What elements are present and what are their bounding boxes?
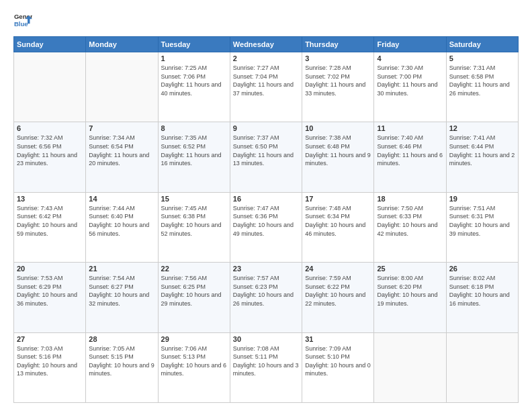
weekday-header-wednesday: Wednesday (230, 37, 302, 52)
day-info: Sunrise: 8:00 AM Sunset: 6:20 PM Dayligh… (377, 274, 443, 308)
day-info: Sunrise: 7:43 AM Sunset: 6:42 PM Dayligh… (17, 204, 83, 238)
day-number: 10 (305, 124, 371, 132)
calendar-cell (446, 332, 518, 402)
calendar-cell: 9Sunrise: 7:37 AM Sunset: 6:50 PM Daylig… (230, 122, 302, 192)
day-info: Sunrise: 7:47 AM Sunset: 6:36 PM Dayligh… (233, 204, 299, 238)
day-info: Sunrise: 7:31 AM Sunset: 6:58 PM Dayligh… (449, 64, 515, 97)
day-number: 22 (161, 265, 227, 273)
calendar-cell (14, 52, 86, 122)
calendar-cell: 7Sunrise: 7:34 AM Sunset: 6:54 PM Daylig… (86, 122, 158, 192)
day-number: 26 (449, 265, 515, 273)
calendar-cell: 18Sunrise: 7:50 AM Sunset: 6:33 PM Dayli… (374, 192, 446, 262)
day-number: 12 (449, 124, 515, 132)
day-number: 29 (161, 335, 227, 343)
calendar-week-1: 1Sunrise: 7:25 AM Sunset: 7:06 PM Daylig… (14, 52, 519, 122)
day-info: Sunrise: 7:57 AM Sunset: 6:23 PM Dayligh… (233, 274, 299, 308)
day-info: Sunrise: 7:06 AM Sunset: 5:13 PM Dayligh… (161, 345, 227, 378)
day-info: Sunrise: 7:27 AM Sunset: 7:04 PM Dayligh… (233, 64, 299, 97)
calendar-cell: 13Sunrise: 7:43 AM Sunset: 6:42 PM Dayli… (14, 192, 86, 262)
calendar-cell: 15Sunrise: 7:45 AM Sunset: 6:38 PM Dayli… (158, 192, 230, 262)
calendar-cell: 3Sunrise: 7:28 AM Sunset: 7:02 PM Daylig… (302, 52, 374, 122)
day-number: 2 (233, 54, 299, 62)
day-info: Sunrise: 7:08 AM Sunset: 5:11 PM Dayligh… (233, 345, 299, 378)
day-number: 11 (377, 124, 443, 132)
calendar-cell: 14Sunrise: 7:44 AM Sunset: 6:40 PM Dayli… (86, 192, 158, 262)
calendar-cell: 21Sunrise: 7:54 AM Sunset: 6:27 PM Dayli… (86, 263, 158, 332)
weekday-header-tuesday: Tuesday (158, 37, 230, 52)
day-number: 3 (305, 54, 371, 62)
calendar-cell: 12Sunrise: 7:41 AM Sunset: 6:44 PM Dayli… (446, 122, 518, 192)
calendar-cell: 24Sunrise: 7:59 AM Sunset: 6:22 PM Dayli… (302, 263, 374, 332)
header: General Blue (13, 11, 519, 30)
svg-text:Blue: Blue (14, 20, 28, 28)
day-info: Sunrise: 7:38 AM Sunset: 6:48 PM Dayligh… (305, 134, 371, 167)
day-number: 27 (17, 335, 83, 343)
calendar-week-3: 13Sunrise: 7:43 AM Sunset: 6:42 PM Dayli… (14, 192, 519, 262)
calendar-cell: 17Sunrise: 7:48 AM Sunset: 6:34 PM Dayli… (302, 192, 374, 262)
weekday-header-saturday: Saturday (446, 37, 518, 52)
day-number: 9 (233, 124, 299, 132)
day-info: Sunrise: 7:54 AM Sunset: 6:27 PM Dayligh… (89, 274, 154, 308)
day-info: Sunrise: 7:53 AM Sunset: 6:29 PM Dayligh… (17, 274, 83, 308)
day-number: 1 (161, 54, 227, 62)
day-info: Sunrise: 7:30 AM Sunset: 7:00 PM Dayligh… (377, 64, 443, 97)
day-number: 6 (17, 124, 83, 132)
day-number: 5 (449, 54, 515, 62)
day-number: 30 (233, 335, 299, 343)
calendar-cell: 29Sunrise: 7:06 AM Sunset: 5:13 PM Dayli… (158, 332, 230, 402)
calendar-week-4: 20Sunrise: 7:53 AM Sunset: 6:29 PM Dayli… (14, 263, 519, 332)
weekday-header-friday: Friday (374, 37, 446, 52)
day-info: Sunrise: 7:34 AM Sunset: 6:54 PM Dayligh… (89, 134, 154, 167)
calendar-cell: 5Sunrise: 7:31 AM Sunset: 6:58 PM Daylig… (446, 52, 518, 122)
weekday-header-thursday: Thursday (302, 37, 374, 52)
logo-icon: General Blue (13, 11, 32, 30)
day-number: 20 (17, 265, 83, 273)
calendar-cell: 11Sunrise: 7:40 AM Sunset: 6:46 PM Dayli… (374, 122, 446, 192)
calendar-cell: 22Sunrise: 7:56 AM Sunset: 6:25 PM Dayli… (158, 263, 230, 332)
day-number: 4 (377, 54, 443, 62)
calendar-cell: 23Sunrise: 7:57 AM Sunset: 6:23 PM Dayli… (230, 263, 302, 332)
calendar-cell: 1Sunrise: 7:25 AM Sunset: 7:06 PM Daylig… (158, 52, 230, 122)
calendar-cell: 31Sunrise: 7:09 AM Sunset: 5:10 PM Dayli… (302, 332, 374, 402)
calendar-cell: 2Sunrise: 7:27 AM Sunset: 7:04 PM Daylig… (230, 52, 302, 122)
day-number: 23 (233, 265, 299, 273)
calendar-week-5: 27Sunrise: 7:03 AM Sunset: 5:16 PM Dayli… (14, 332, 519, 402)
calendar-cell: 8Sunrise: 7:35 AM Sunset: 6:52 PM Daylig… (158, 122, 230, 192)
calendar-cell: 19Sunrise: 7:51 AM Sunset: 6:31 PM Dayli… (446, 192, 518, 262)
day-info: Sunrise: 7:40 AM Sunset: 6:46 PM Dayligh… (377, 134, 443, 167)
day-number: 8 (161, 124, 227, 132)
weekday-header-sunday: Sunday (14, 37, 86, 52)
day-number: 7 (89, 124, 154, 132)
day-number: 28 (89, 335, 154, 343)
calendar-table: SundayMondayTuesdayWednesdayThursdayFrid… (13, 36, 519, 403)
day-info: Sunrise: 7:44 AM Sunset: 6:40 PM Dayligh… (89, 204, 154, 238)
day-info: Sunrise: 7:03 AM Sunset: 5:16 PM Dayligh… (17, 345, 83, 378)
calendar-week-2: 6Sunrise: 7:32 AM Sunset: 6:56 PM Daylig… (14, 122, 519, 192)
day-number: 14 (89, 195, 154, 203)
day-number: 24 (305, 265, 371, 273)
calendar-cell: 30Sunrise: 7:08 AM Sunset: 5:11 PM Dayli… (230, 332, 302, 402)
day-info: Sunrise: 7:56 AM Sunset: 6:25 PM Dayligh… (161, 274, 227, 308)
day-number: 18 (377, 195, 443, 203)
weekday-header-monday: Monday (86, 37, 158, 52)
calendar-cell: 26Sunrise: 8:02 AM Sunset: 6:18 PM Dayli… (446, 263, 518, 332)
page: General Blue SundayMondayTuesdayWednesda… (0, 0, 532, 411)
calendar-cell (86, 52, 158, 122)
calendar-cell: 6Sunrise: 7:32 AM Sunset: 6:56 PM Daylig… (14, 122, 86, 192)
calendar-cell (374, 332, 446, 402)
day-info: Sunrise: 7:51 AM Sunset: 6:31 PM Dayligh… (449, 204, 515, 238)
day-number: 19 (449, 195, 515, 203)
calendar-cell: 10Sunrise: 7:38 AM Sunset: 6:48 PM Dayli… (302, 122, 374, 192)
weekday-header-row: SundayMondayTuesdayWednesdayThursdayFrid… (14, 37, 519, 52)
day-info: Sunrise: 7:48 AM Sunset: 6:34 PM Dayligh… (305, 204, 371, 238)
calendar-cell: 16Sunrise: 7:47 AM Sunset: 6:36 PM Dayli… (230, 192, 302, 262)
calendar-cell: 25Sunrise: 8:00 AM Sunset: 6:20 PM Dayli… (374, 263, 446, 332)
day-number: 31 (305, 335, 371, 343)
day-info: Sunrise: 7:59 AM Sunset: 6:22 PM Dayligh… (305, 274, 371, 308)
day-number: 15 (161, 195, 227, 203)
day-info: Sunrise: 7:45 AM Sunset: 6:38 PM Dayligh… (161, 204, 227, 238)
day-info: Sunrise: 7:50 AM Sunset: 6:33 PM Dayligh… (377, 204, 443, 238)
day-number: 13 (17, 195, 83, 203)
day-info: Sunrise: 7:37 AM Sunset: 6:50 PM Dayligh… (233, 134, 299, 167)
day-info: Sunrise: 7:28 AM Sunset: 7:02 PM Dayligh… (305, 64, 371, 97)
